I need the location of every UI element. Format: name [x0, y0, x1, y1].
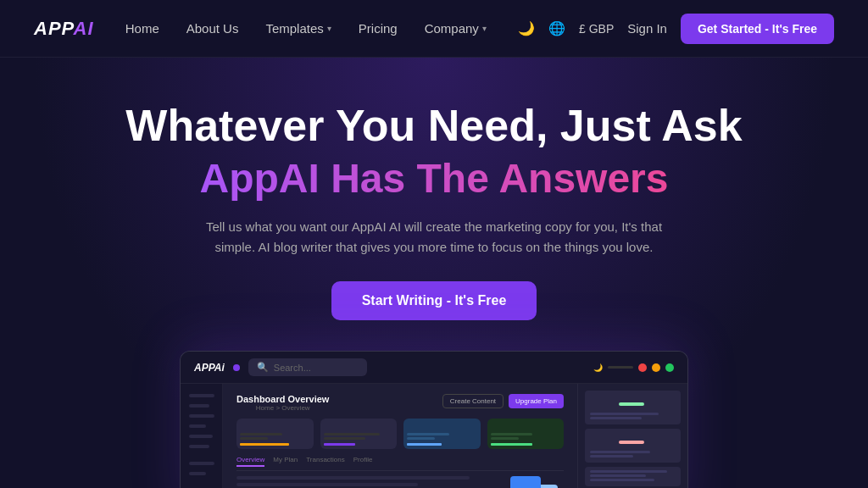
card-line: [491, 433, 533, 435]
right-line: [590, 413, 659, 415]
illustration-boxes: [510, 476, 558, 488]
nav-item-company[interactable]: Company ▾: [425, 21, 487, 36]
sidebar-item[interactable]: [189, 445, 209, 448]
card-line: [240, 437, 268, 440]
right-line: [590, 451, 650, 453]
nav-link-pricing[interactable]: Pricing: [359, 21, 398, 36]
tab-transactions[interactable]: Transactions: [306, 456, 345, 467]
hero-section: Whatever You Need, Just Ask AppAI Has Th…: [0, 58, 868, 488]
sidebar-item[interactable]: [189, 462, 214, 465]
sidebar-item[interactable]: [189, 435, 213, 438]
right-card-1: [585, 391, 681, 424]
dashboard-sidebar: [181, 384, 223, 488]
right-card-3: [585, 467, 681, 486]
tab-overview[interactable]: Overview: [236, 456, 264, 467]
nav-item-about[interactable]: About Us: [186, 21, 239, 36]
card-line: [324, 433, 380, 435]
illustration-box-main: [510, 476, 541, 488]
dashboard-preview: APPAi 🔍 Search... 🌙: [180, 351, 688, 488]
search-icon: 🔍: [257, 362, 269, 373]
tag-red: [619, 441, 644, 444]
dark-mode-toggle[interactable]: 🌙: [518, 20, 535, 36]
window-logo: APPAi: [194, 362, 225, 374]
nav-links: Home About Us Templates ▾ Pricing Compan…: [125, 21, 487, 36]
upgrade-plan-button[interactable]: Upgrade Plan: [509, 394, 564, 408]
hero-heading-2: AppAI Has The Answers: [199, 155, 668, 202]
card-bar: [407, 443, 442, 446]
right-line: [590, 479, 654, 481]
nav-link-company[interactable]: Company ▾: [425, 21, 487, 36]
card-line: [407, 437, 435, 440]
nav-item-home[interactable]: Home: [125, 21, 159, 36]
window-bar: APPAi 🔍 Search... 🌙: [181, 352, 687, 384]
sign-in-button[interactable]: Sign In: [627, 21, 667, 36]
nav-link-templates[interactable]: Templates ▾: [265, 21, 331, 36]
window-dot-yellow: [652, 363, 660, 372]
card-bar: [491, 443, 533, 446]
dashboard-header-row: Dashboard Overview Home > Overview Creat…: [236, 394, 564, 412]
hero-description: Tell us what you want our AppAI AI will …: [197, 217, 671, 258]
navbar: APPAI Home About Us Templates ▾ Pricing: [0, 0, 868, 58]
dashboard-main: Dashboard Overview Home > Overview Creat…: [223, 384, 577, 488]
dashboard-header-buttons: Create Content Upgrade Plan: [442, 394, 564, 408]
cta-button[interactable]: Start Writing - It's Free: [331, 281, 537, 320]
sidebar-item[interactable]: [189, 414, 214, 418]
hero-heading-1: Whatever You Need, Just Ask: [125, 102, 742, 150]
sidebar-item[interactable]: [189, 424, 206, 428]
table-row: [236, 476, 470, 480]
table-row: [236, 483, 418, 486]
nav-link-about[interactable]: About Us: [186, 21, 239, 36]
tab-myplan[interactable]: My Plan: [273, 456, 298, 467]
nav-right: 🌙 🌐 £ GBP Sign In Get Started - It's Fre…: [518, 14, 834, 44]
right-line: [590, 417, 642, 419]
chevron-down-icon: ▾: [327, 24, 331, 33]
nav-link-home[interactable]: Home: [125, 21, 159, 36]
dashboard-window: APPAi 🔍 Search... 🌙: [180, 351, 688, 488]
moon-icon: 🌙: [593, 363, 603, 372]
nav-item-templates[interactable]: Templates ▾: [265, 21, 331, 36]
globe-icon: 🌐: [548, 20, 565, 36]
language-selector[interactable]: 🌐: [548, 20, 565, 36]
dashboard-card-1: [236, 419, 314, 449]
currency-display[interactable]: £ GBP: [579, 22, 614, 36]
nav-item-pricing[interactable]: Pricing: [359, 21, 398, 36]
card-line: [491, 437, 519, 440]
window-dot-red: [638, 363, 647, 372]
window-bar-left: APPAi 🔍 Search...: [194, 358, 367, 376]
dashboard-body: Dashboard Overview Home > Overview Creat…: [181, 384, 687, 488]
tab-profile[interactable]: Profile: [353, 456, 373, 467]
create-content-button[interactable]: Create Content: [442, 394, 504, 408]
dashboard-title-area: Dashboard Overview Home > Overview: [236, 394, 329, 412]
card-bar: [324, 443, 355, 446]
sidebar-item[interactable]: [189, 472, 206, 475]
card-line: [240, 433, 282, 435]
dashboard-illustration: [504, 476, 564, 488]
sidebar-item[interactable]: [189, 394, 214, 397]
dashboard-card-3: [403, 419, 481, 449]
chevron-down-icon: ▾: [482, 24, 487, 33]
dashboard-content-row: [236, 476, 564, 488]
dashboard-cards-row: [236, 419, 564, 449]
get-started-button[interactable]: Get Started - It's Free: [681, 14, 834, 44]
card-line: [324, 437, 366, 440]
sidebar-item[interactable]: [189, 404, 209, 408]
window-bar-right: 🌙: [593, 363, 674, 372]
right-line: [590, 470, 667, 473]
logo: APPAI: [34, 18, 94, 40]
right-line: [590, 455, 633, 458]
card-bar: [240, 443, 289, 446]
dashboard-right-panel: [577, 384, 687, 488]
dashboard-card-2: [320, 419, 398, 449]
right-card-2: [585, 429, 681, 463]
dashboard-tabs: Overview My Plan Transactions Profile: [236, 456, 564, 471]
dashboard-search[interactable]: 🔍 Search...: [248, 358, 367, 376]
moon-icon: 🌙: [518, 20, 535, 36]
dashboard-card-4: [487, 419, 565, 449]
window-dot: [233, 364, 240, 371]
dashboard-title: Dashboard Overview: [236, 394, 329, 404]
card-line: [407, 433, 449, 435]
window-dot-green: [665, 363, 674, 372]
window-divider: [608, 366, 633, 369]
tag-green: [619, 402, 644, 406]
dashboard-table: [236, 476, 496, 488]
